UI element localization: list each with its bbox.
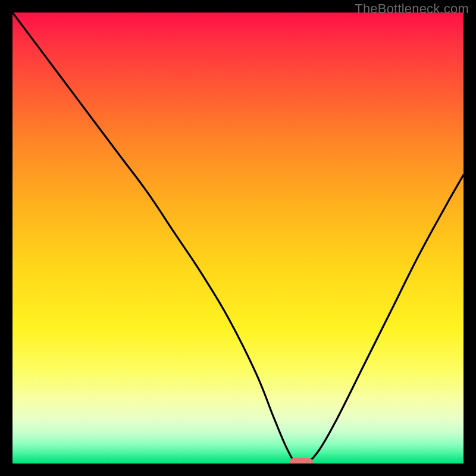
- plot-area: [12, 12, 464, 464]
- chart-frame: TheBottleneck.com: [0, 0, 476, 476]
- watermark-label: TheBottleneck.com: [355, 1, 469, 17]
- bottleneck-curve: [12, 12, 464, 464]
- optimal-point-marker: [289, 458, 313, 464]
